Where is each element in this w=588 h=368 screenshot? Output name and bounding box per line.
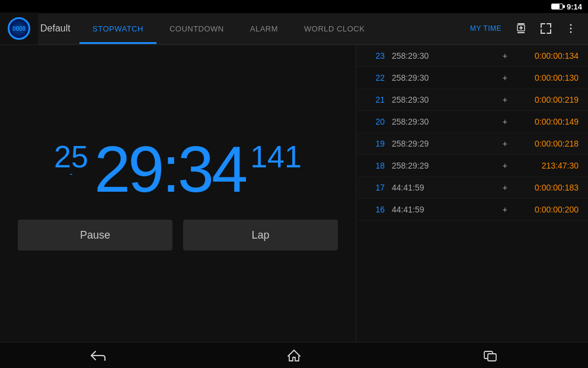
svg-rect-0 (517, 23, 525, 24)
pause-button[interactable]: Pause (18, 220, 172, 250)
lap-row: 23258:29:30+0:00:00:134 (356, 45, 588, 67)
lap-row-number: 23 (366, 51, 385, 61)
stopwatch-buttons: Pause Lap (18, 220, 338, 250)
tab-alarm[interactable]: ALARM (237, 13, 291, 44)
lap-row: 22258:29:30+0:00:00:130 (356, 67, 588, 89)
lap-row-number: 16 (366, 205, 385, 214)
left-panel: 25 - 29:34 141 Pause Lap (0, 45, 356, 342)
lap-row: 18258:29:29+213:47:30 (356, 155, 588, 177)
lap-row-number: 21 (366, 95, 385, 104)
lap-row-delta: 0:00:00:149 (513, 117, 579, 126)
main-content: 25 - 29:34 141 Pause Lap 23258:29:30+0:0… (0, 45, 588, 342)
my-time-button[interactable]: MY TIME (464, 21, 507, 36)
lap-row-plus: + (503, 73, 507, 83)
lap-row-number: 20 (366, 117, 385, 126)
lap-button[interactable]: Lap (183, 220, 338, 250)
back-button[interactable] (80, 342, 116, 369)
current-lap-number: 25 - (54, 141, 88, 179)
bottom-nav (0, 342, 588, 368)
lap-row-time: 258:29:30 (392, 73, 497, 83)
battery-icon (551, 4, 563, 9)
lap-row-plus: + (503, 51, 507, 61)
lap-row-plus: + (503, 161, 507, 170)
status-icons: 9:14 (551, 2, 582, 11)
svg-point-5 (570, 24, 572, 26)
expand-button[interactable] (535, 17, 557, 40)
lap-row-number: 22 (366, 73, 385, 83)
lap-row-time: 44:41:59 (392, 205, 497, 214)
lap-row-delta: 0:00:00:183 (513, 183, 579, 192)
lap-row-plus: + (503, 183, 507, 192)
nav-right: MY TIME (464, 17, 588, 40)
lap-row-number: 18 (366, 161, 385, 170)
lap-row-plus: + (503, 117, 507, 126)
lap-row: 19258:29:29+0:00:00:218 (356, 133, 588, 155)
lap-row-time: 258:29:29 (392, 161, 497, 170)
lap-row-delta: 0:00:00:200 (513, 205, 579, 214)
stopwatch-display: 25 - 29:34 141 (12, 137, 344, 202)
lap-row-delta: 0:00:00:134 (513, 51, 579, 61)
status-time: 9:14 (567, 2, 582, 11)
nav-bar: 0008 Default STOPWATCH COUNTDOWN ALARM W… (0, 13, 588, 45)
stopwatch-time: 29:34 (94, 137, 245, 202)
lap-row-time: 258:29:30 (392, 95, 497, 104)
home-button[interactable] (276, 342, 312, 369)
laps-panel: 23258:29:30+0:00:00:13422258:29:30+0:00:… (356, 45, 588, 342)
lap-row: 1744:41:59+0:00:00:183 (356, 177, 588, 199)
tab-stopwatch[interactable]: STOPWATCH (79, 13, 156, 44)
status-bar: 9:14 (0, 0, 588, 13)
lap-row-delta: 0:00:00:218 (513, 139, 579, 148)
lap-row-time: 44:41:59 (392, 183, 497, 192)
lap-row-time: 258:29:29 (392, 139, 497, 148)
lap-row-delta: 0:00:00:130 (513, 73, 579, 83)
add-button[interactable] (510, 17, 532, 40)
lap-row-delta: 213:47:30 (513, 161, 579, 170)
tab-countdown[interactable]: COUNTDOWN (156, 13, 237, 44)
tab-worldclock[interactable]: WORLD CLOCK (291, 13, 378, 44)
stopwatch-ms: 141 (250, 141, 302, 172)
nav-tabs: STOPWATCH COUNTDOWN ALARM WORLD CLOCK (79, 13, 464, 44)
svg-marker-8 (288, 350, 300, 361)
app-name: Default (38, 23, 79, 34)
lap-row-number: 19 (366, 139, 385, 148)
lap-row-plus: + (503, 205, 507, 214)
app-icon-area: 0008 (0, 12, 38, 45)
lap-row-plus: + (503, 95, 507, 104)
lap-row: 20258:29:30+0:00:00:149 (356, 111, 588, 133)
recent-button[interactable] (472, 342, 508, 369)
lap-row: 21258:29:30+0:00:00:219 (356, 89, 588, 111)
svg-point-6 (570, 28, 572, 30)
lap-row-plus: + (503, 139, 507, 148)
lap-row-number: 17 (366, 183, 385, 192)
svg-rect-10 (488, 354, 496, 361)
lap-row: 1644:41:59+0:00:00:200 (356, 199, 588, 221)
svg-point-7 (570, 31, 572, 33)
more-button[interactable] (560, 17, 582, 40)
lap-row-time: 258:29:30 (392, 117, 497, 126)
app-icon: 0008 (8, 17, 30, 40)
lap-row-time: 258:29:30 (392, 51, 497, 61)
lap-row-delta: 0:00:00:219 (513, 95, 579, 104)
